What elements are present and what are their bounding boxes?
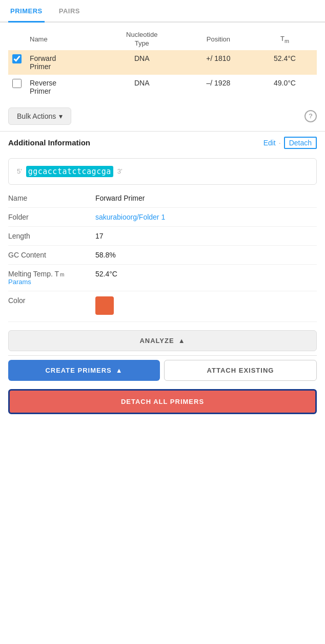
attach-existing-label: ATTACH EXISTING	[207, 367, 274, 374]
bulk-actions-label: Bulk Actions	[17, 112, 56, 120]
info-row-length: Length 17	[8, 227, 317, 246]
chevron-down-icon: ▾	[59, 112, 63, 120]
info-row-gc: GC Content 58.8%	[8, 246, 317, 265]
analyze-button[interactable]: ANALYZE ▲	[8, 330, 317, 351]
info-row-name: Name Forward Primer	[8, 189, 317, 208]
detach-all-row: DETACH ALL PRIMERS	[0, 385, 325, 422]
create-primers-label: CREATE PRIMERS	[45, 367, 111, 374]
detach-button[interactable]: Detach	[284, 137, 317, 149]
table-row: ReversePrimer DNA –/ 1928 49.0°C	[8, 75, 317, 99]
additional-info-header: Additional Information Edit · Detach	[0, 131, 325, 154]
additional-info-title: Additional Information	[8, 138, 90, 147]
info-label-folder: Folder	[8, 213, 95, 221]
primers-table: Name NucleotideType Position Tm ForwardP…	[8, 29, 317, 99]
info-value-color	[95, 296, 317, 316]
info-value-length: 17	[95, 232, 317, 240]
tm-subscript: m	[60, 272, 64, 277]
analyze-label: ANALYZE	[139, 337, 174, 345]
edit-detach-row: Edit · Detach	[263, 137, 317, 149]
row2-name: ReversePrimer	[26, 75, 100, 99]
main-container: PRIMERS PAIRS Name NucleotideType Positi…	[0, 0, 325, 422]
bulk-actions-button[interactable]: Bulk Actions ▾	[8, 108, 71, 125]
melting-temp-text: Melting Temp. T	[8, 270, 59, 278]
tab-pairs[interactable]: PAIRS	[57, 0, 82, 23]
sequence-box: 5' ggcacctatctcagcga 3'	[8, 158, 317, 185]
info-label-length: Length	[8, 232, 95, 240]
detach-all-primers-button[interactable]: DETACH ALL PRIMERS	[8, 389, 317, 414]
col-nucleotide: NucleotideType	[100, 29, 184, 50]
row1-name: ForwardPrimer	[26, 50, 100, 75]
detach-all-label: DETACH ALL PRIMERS	[121, 398, 204, 405]
row2-position: –/ 1928	[184, 75, 253, 99]
create-icon: ▲	[116, 367, 123, 374]
info-value-name: Forward Primer	[95, 194, 317, 202]
table-row: ForwardPrimer DNA +/ 1810 52.4°C	[8, 50, 317, 75]
row2-check-cell	[8, 75, 26, 99]
col-check	[8, 29, 26, 50]
info-row-melting: Melting Temp. Tm Params 52.4°C	[8, 265, 317, 291]
tm-params-link[interactable]: Params	[8, 278, 95, 286]
row1-position: +/ 1810	[184, 50, 253, 75]
info-value-melting: 52.4°C	[95, 270, 317, 278]
info-label-gc: GC Content	[8, 251, 95, 259]
row2-nucleotide: DNA	[100, 75, 184, 99]
info-row-color: Color	[8, 291, 317, 322]
info-label-melting: Melting Temp. Tm Params	[8, 270, 95, 286]
row2-tm: 49.0°C	[253, 75, 317, 99]
seq-start-label: 5'	[17, 167, 22, 175]
info-label-name: Name	[8, 194, 95, 202]
info-label-color: Color	[8, 296, 95, 305]
row1-check-cell	[8, 50, 26, 75]
primers-table-section: Name NucleotideType Position Tm ForwardP…	[0, 23, 325, 103]
edit-link[interactable]: Edit	[263, 139, 276, 147]
info-value-folder[interactable]: sakurabioorg/Folder 1	[95, 213, 317, 221]
bulk-actions-row: Bulk Actions ▾ ?	[0, 103, 325, 131]
row1-nucleotide: DNA	[100, 50, 184, 75]
info-value-gc: 58.8%	[95, 251, 317, 259]
col-name: Name	[26, 29, 100, 50]
analyze-icon: ▲	[178, 337, 186, 345]
create-primers-button[interactable]: CREATE PRIMERS ▲	[8, 360, 160, 381]
separator: ·	[279, 139, 281, 147]
color-swatch[interactable]	[95, 296, 114, 315]
help-icon[interactable]: ?	[304, 110, 317, 122]
info-table: Name Forward Primer Folder sakurabioorg/…	[0, 189, 325, 322]
tab-primers[interactable]: PRIMERS	[8, 0, 45, 23]
col-tm: Tm	[253, 29, 317, 50]
col-position: Position	[184, 29, 253, 50]
row1-checkbox[interactable]	[12, 54, 22, 63]
info-row-folder: Folder sakurabioorg/Folder 1	[8, 208, 317, 227]
bottom-buttons: CREATE PRIMERS ▲ ATTACH EXISTING	[0, 356, 325, 385]
row2-checkbox[interactable]	[12, 79, 22, 88]
sequence-highlight: ggcacctatctcagcga	[26, 166, 113, 177]
attach-existing-button[interactable]: ATTACH EXISTING	[164, 360, 317, 381]
tab-bar: PRIMERS PAIRS	[0, 0, 325, 23]
seq-end-label: 3'	[117, 167, 123, 175]
row1-tm: 52.4°C	[253, 50, 317, 75]
